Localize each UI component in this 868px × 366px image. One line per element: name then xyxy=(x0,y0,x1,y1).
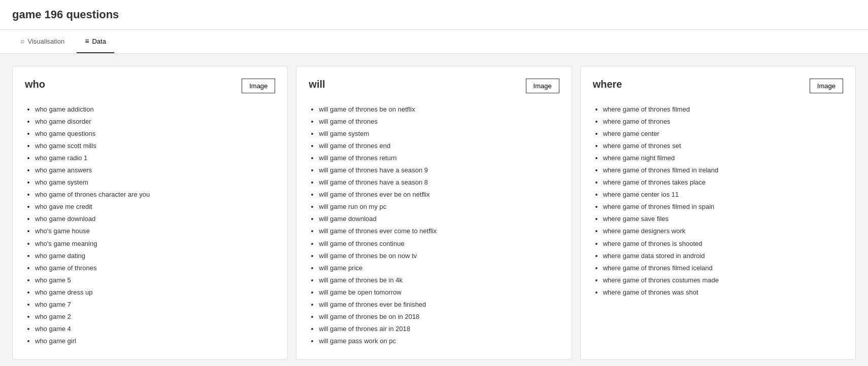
list-item: will game of thrones be on in 2018 xyxy=(319,311,559,323)
list-item: will game pass work on pc xyxy=(319,335,559,347)
list-item: who game scott mills xyxy=(35,140,275,152)
list-item: will game of thrones ever come to netfli… xyxy=(319,225,559,237)
list-item: will game of thrones ever be on netflix xyxy=(319,189,559,201)
card-who: who Image who game addictionwho game dis… xyxy=(12,66,288,360)
card-will-list: will game of thrones be on netflixwill g… xyxy=(309,103,559,347)
list-item: who's game meaning xyxy=(35,238,275,250)
list-item: will game be open tomorrow xyxy=(319,286,559,299)
card-where-image-button[interactable]: Image xyxy=(810,79,843,93)
card-who-image-button[interactable]: Image xyxy=(242,79,275,93)
list-item: will game system xyxy=(319,128,559,140)
list-item: will game of thrones end xyxy=(319,140,559,152)
list-item: who game of thrones xyxy=(35,262,275,274)
list-item: where game of thrones costumes made xyxy=(603,274,843,286)
list-item: will game of thrones return xyxy=(319,152,559,164)
list-item: will game download xyxy=(319,213,559,225)
list-item: where game of thrones was shot xyxy=(603,286,843,299)
card-where-title: where xyxy=(593,79,622,90)
list-item: who game system xyxy=(35,176,275,189)
count-suffix: questions xyxy=(66,8,119,21)
card-will-header: will Image xyxy=(309,79,559,93)
list-item: will game of thrones xyxy=(319,116,559,128)
list-item: will game price xyxy=(319,262,559,274)
list-item: who game dress up xyxy=(35,286,275,299)
list-item: who's game house xyxy=(35,225,275,237)
list-item: who game of thrones character are you xyxy=(35,189,275,201)
list-item: who game 4 xyxy=(35,323,275,335)
list-item: where game center ios 11 xyxy=(603,189,843,201)
card-where-list: where game of thrones filmedwhere game o… xyxy=(593,103,843,299)
keyword-bold: game xyxy=(12,8,41,21)
list-item: where game of thrones is shooted xyxy=(603,238,843,250)
list-item: where game designers work xyxy=(603,225,843,237)
list-item: will game of thrones be in 4k xyxy=(319,274,559,286)
list-item: will game of thrones be on now tv xyxy=(319,250,559,262)
list-item: where game of thrones xyxy=(603,116,843,128)
list-item: where game of thrones set xyxy=(603,140,843,152)
tab-data[interactable]: ≡ Data xyxy=(77,30,114,53)
list-item: who game answers xyxy=(35,164,275,176)
list-item: where game of thrones filmed in spain xyxy=(603,201,843,213)
list-item: will game of thrones continue xyxy=(319,238,559,250)
tab-data-label: Data xyxy=(92,38,106,45)
list-item: who game download xyxy=(35,213,275,225)
card-where-header: where Image xyxy=(593,79,843,93)
main-content: who Image who game addictionwho game dis… xyxy=(0,54,868,366)
list-item: where game of thrones filmed xyxy=(603,103,843,116)
list-item: where game night filmed xyxy=(603,152,843,164)
list-item: who game radio 1 xyxy=(35,152,275,164)
list-item: who game disorder xyxy=(35,116,275,128)
list-item: who game dating xyxy=(35,250,275,262)
list-item: will game of thrones ever be finished xyxy=(319,299,559,311)
page-header: game 196 questions xyxy=(0,0,868,30)
tab-visualisation[interactable]: ○ Visualisation xyxy=(12,30,73,53)
list-item: where game center xyxy=(603,128,843,140)
list-item: will game of thrones have a season 8 xyxy=(319,176,559,189)
count-value: 196 xyxy=(45,8,63,21)
list-item: will game run on my pc xyxy=(319,201,559,213)
card-will: will Image will game of thrones be on ne… xyxy=(296,66,572,360)
list-item: who game 5 xyxy=(35,274,275,286)
card-who-list: who game addictionwho game disorderwho g… xyxy=(25,103,275,347)
list-item: who game girl xyxy=(35,335,275,347)
card-who-title: who xyxy=(25,79,45,90)
tab-visualisation-label: Visualisation xyxy=(27,38,64,45)
card-will-image-button[interactable]: Image xyxy=(526,79,559,93)
data-icon: ≡ xyxy=(85,37,89,45)
list-item: who game 2 xyxy=(35,311,275,323)
card-will-title: will xyxy=(309,79,325,90)
list-item: where game save files xyxy=(603,213,843,225)
list-item: where game of thrones takes place xyxy=(603,176,843,189)
card-who-header: who Image xyxy=(25,79,275,93)
list-item: who gave me credit xyxy=(35,201,275,213)
list-item: where game of thrones filmed in ireland xyxy=(603,164,843,176)
tab-bar: ○ Visualisation ≡ Data xyxy=(0,30,868,54)
visualisation-icon: ○ xyxy=(20,37,24,45)
list-item: who game questions xyxy=(35,128,275,140)
list-item: who game addiction xyxy=(35,103,275,116)
list-item: where game data stored in android xyxy=(603,250,843,262)
card-where: where Image where game of thrones filmed… xyxy=(580,66,856,360)
list-item: will game of thrones have a season 9 xyxy=(319,164,559,176)
list-item: who game 7 xyxy=(35,299,275,311)
list-item: will game of thrones be on netflix xyxy=(319,103,559,116)
list-item: will game of thrones air in 2018 xyxy=(319,323,559,335)
list-item: where game of thrones filmed iceland xyxy=(603,262,843,274)
